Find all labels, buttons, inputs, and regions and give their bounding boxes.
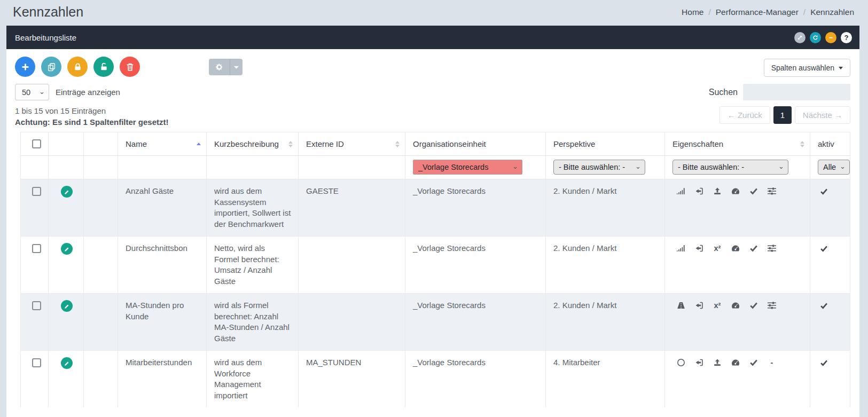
delete-button[interactable] [120,57,140,77]
collapse-button[interactable] [825,32,836,43]
name-cell: Anzahl Gäste [118,179,207,237]
refresh-button[interactable] [810,32,821,43]
pencil-icon [64,246,70,252]
column-header-organisationseinheit[interactable]: Organisationseinheit [405,132,546,156]
list-controls: 50 ⌄ Einträge anzeigen Suchen [15,84,850,100]
edit-row-button[interactable] [61,357,73,369]
column-header-name[interactable]: Name [118,132,207,156]
sliders-icon [768,187,776,195]
signal-icon [677,244,685,253]
column-header-eigenschaften[interactable]: Eigenschaften [665,132,810,156]
edit-row-button[interactable] [61,243,73,255]
filter-eigenschaften[interactable]: - Bitte auswählen: - [672,160,788,175]
next-page-button[interactable]: Nächste → [795,106,850,124]
column-header-externe-id[interactable]: Externe ID [299,132,405,156]
current-page-button[interactable]: 1 [773,106,792,124]
x2-icon: x² [713,301,722,310]
properties-cell [665,179,810,237]
info-row: 1 bis 15 von 15 Einträgen Achtung: Es si… [15,105,850,128]
toolbar: Spalten auswählen [15,57,850,77]
gauge-icon [731,358,740,367]
column-header-kurzbeschreibung[interactable]: Kurzbeschreibung [207,132,299,156]
lock-button[interactable] [67,57,88,77]
breadcrumb: Home / Performance-Manager / Kennzahlen [682,7,854,17]
plus-icon [21,62,30,72]
select-all-checkbox[interactable] [32,139,41,148]
breadcrumb-home[interactable]: Home [682,7,703,17]
upload-icon [713,358,722,367]
external-id-cell [299,237,405,294]
chevron-down-icon [234,66,239,69]
pencil-icon [64,360,70,366]
import-icon [695,358,703,367]
name-cell: Durchschnittsbon [118,237,207,294]
row-select-cell [21,179,49,237]
question-icon: ? [843,35,849,41]
row-select-cell [21,237,49,294]
settings-dropdown-button[interactable] [230,59,243,75]
properties-cell: x² [665,237,810,294]
org-unit-cell: _Vorlage Storecards [405,237,546,294]
column-header-aktiv[interactable]: aktiv [810,132,850,156]
choose-columns-button[interactable]: Spalten auswählen [764,59,850,77]
help-button[interactable]: ? [841,32,852,43]
perspective-cell: 2. Kunden / Markt [546,237,665,294]
sort-asc-icon[interactable] [193,143,201,145]
import-icon [695,301,703,310]
row-checkbox[interactable] [32,187,41,196]
row-edit-cell [49,237,84,294]
check-icon [749,244,758,253]
gauge-icon [731,244,740,253]
external-id-cell [299,294,405,351]
sliders-icon [768,301,776,310]
row-select-cell [21,351,49,408]
filter-perspektive[interactable]: - Bitte auswählen: - [553,160,645,175]
entries-info: 1 bis 15 von 15 Einträgen [15,105,169,116]
name-cell: Mitarbeiterstunden [118,351,207,408]
unlock-button[interactable] [93,57,114,77]
import-icon [695,187,703,195]
add-button[interactable] [15,57,35,77]
perspective-cell: 4. Mitarbeiter [546,351,665,408]
org-unit-cell: _Vorlage Storecards [405,179,546,237]
page-size-select[interactable]: 50 [15,84,49,100]
table-row: Mitarbeiterstundenwird aus dem Workforce… [21,351,850,408]
check-icon [749,358,758,367]
sort-icon[interactable] [285,141,293,147]
row-checkbox[interactable] [32,358,41,367]
active-cell [810,179,850,237]
pencil-icon [64,303,70,309]
previous-page-button[interactable]: ← Zurück [720,106,770,124]
breadcrumb-separator: / [803,7,806,17]
settings-button[interactable] [209,59,230,75]
breadcrumb-performance-manager[interactable]: Performance-Manager [716,7,799,17]
content-panel: Bearbeitungsliste ? Spalten auswählen 50… [6,26,859,417]
lock-icon [73,62,82,72]
resize-button[interactable] [794,32,806,43]
edit-row-button[interactable] [61,186,73,198]
gear-icon [215,63,223,71]
sort-icon[interactable] [797,141,804,147]
filter-aktiv[interactable]: Alle [818,160,850,175]
page-title: Kennzahlen [13,4,83,20]
row-checkbox[interactable] [32,301,41,310]
check-icon [820,359,828,367]
edit-row-button[interactable] [61,300,73,312]
choose-columns-label: Spalten auswählen [771,64,834,72]
column-header-perspektive[interactable]: Perspektive [546,132,665,156]
copy-button[interactable] [41,57,61,77]
toolbar-actions [15,57,146,77]
search-label: Suchen [709,88,738,97]
name-cell: MA-Stunden pro Kunde [118,294,207,351]
description-cell: Netto, wird als Formel berechnet: Umsatz… [207,237,299,294]
filter-organisationseinheit[interactable]: _Vorlage Storecards [413,160,522,175]
page-header: Kennzahlen Home / Performance-Manager / … [0,0,868,26]
row-checkbox[interactable] [32,244,41,253]
sort-icon[interactable] [392,141,400,147]
row-edit-cell [49,294,84,351]
x2-icon: x² [713,244,722,253]
column-header-spacer [84,132,118,156]
row-spacer-cell [84,179,118,237]
org-unit-cell: _Vorlage Storecards [405,351,546,408]
search-input[interactable] [743,84,850,100]
